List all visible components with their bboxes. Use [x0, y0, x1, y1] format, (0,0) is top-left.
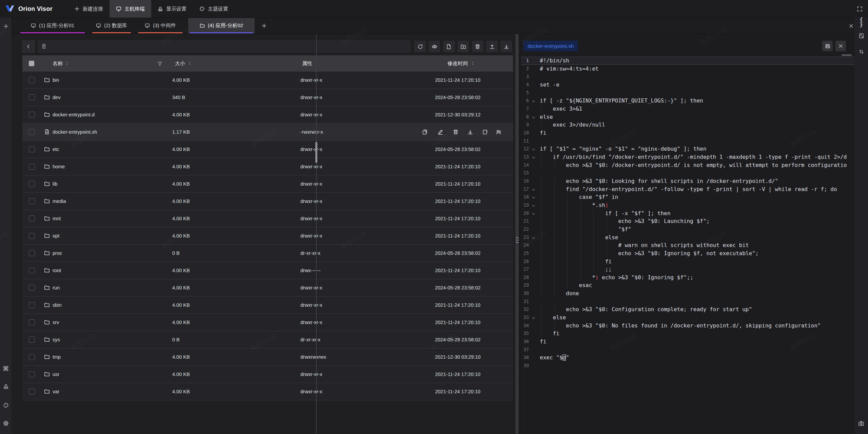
code-text[interactable]: "$f" [540, 225, 631, 233]
command-shortcuts-button[interactable]: ⌘ [1, 364, 10, 373]
fold-chevron-icon[interactable] [531, 187, 536, 193]
upload-button[interactable] [486, 41, 498, 52]
column-size[interactable]: 大小 [175, 55, 185, 72]
fold-chevron-icon[interactable] [531, 115, 536, 121]
table-row[interactable]: root4.00 KBdrwx------2021-11-24 17:20:10 [22, 262, 513, 279]
file-name[interactable]: sys [53, 331, 60, 348]
copy-button[interactable] [420, 128, 429, 136]
row-checkbox[interactable] [29, 215, 35, 222]
preview-button[interactable] [429, 41, 440, 52]
code-text[interactable]: fi [540, 329, 559, 338]
code-text[interactable]: find "/docker-entrypoint.d/" -follow -ty… [540, 185, 837, 193]
table-row[interactable]: tmp4.00 KBdrwxrwxrwx2021-12-30 03:29:10 [22, 348, 513, 366]
code-text[interactable]: echo >&3 "$0: Launching $f"; [540, 217, 710, 225]
table-row[interactable]: docker-entrypoint.sh1.17 KB-rwxrwxr-x [22, 124, 513, 141]
fold-chevron-icon[interactable] [531, 203, 536, 209]
fold-chevron-icon[interactable] [531, 195, 536, 201]
settings-button[interactable] [1, 419, 10, 428]
filter-name-button[interactable] [157, 61, 162, 66]
row-checkbox[interactable] [29, 233, 35, 239]
code-text[interactable]: if /usr/bin/find "/docker-entrypoint.d/"… [540, 153, 847, 161]
fold-chevron-icon[interactable] [531, 98, 536, 105]
save-button[interactable] [822, 41, 833, 51]
table-row[interactable]: usr4.00 KBdrwxr-xr-x2021-11-24 17:20:10 [22, 366, 513, 383]
row-checkbox[interactable] [29, 112, 35, 118]
editor-scrollbar-thumb[interactable] [842, 54, 852, 56]
theme-settings-button[interactable] [1, 401, 10, 410]
new-tab-button[interactable] [1, 22, 10, 31]
download-button[interactable] [500, 41, 512, 52]
code-text[interactable]: exec 3>&1 [540, 105, 582, 113]
sort-updown-button[interactable] [857, 47, 866, 56]
code-text[interactable]: echo >&3 "$0: Configuration complete; re… [540, 305, 752, 314]
code-text[interactable]: else [540, 314, 566, 322]
file-name[interactable]: run [53, 279, 60, 296]
path-input[interactable] [49, 40, 407, 54]
table-row[interactable]: run4.00 KBdrwxr-xr-x2024-05-28 23:58:02 [22, 279, 513, 297]
file-name[interactable]: mnt [53, 210, 61, 227]
file-name[interactable]: opt [53, 227, 59, 244]
table-row[interactable]: etc4.00 KBdrwxr-xr-x2024-05-28 23:58:02 [22, 141, 513, 158]
file-name[interactable]: docker-entrypoint.sh [53, 124, 97, 140]
code-text[interactable]: exec "$@" [540, 354, 569, 362]
sort-mtime-button[interactable] [471, 61, 475, 65]
back-button[interactable] [22, 40, 35, 53]
tab-app-analysis-02[interactable]: (4) 应用-分析02 [188, 18, 255, 34]
code-text[interactable]: *.sh) [540, 201, 608, 209]
table-scrollbar-thumb[interactable] [315, 142, 317, 163]
permission-button[interactable] [494, 128, 503, 136]
code-text[interactable]: # vim:sw=4:ts=4:et [540, 65, 598, 73]
file-name[interactable]: docker-entrypoint.d [53, 106, 95, 123]
move-button[interactable] [481, 128, 490, 136]
row-checkbox[interactable] [29, 164, 35, 170]
file-name[interactable]: root [53, 262, 61, 279]
table-row[interactable]: sbin4.00 KBdrwxr-xr-x2021-11-24 17:20:10 [22, 297, 513, 314]
file-name[interactable]: srv [53, 314, 59, 331]
doc-bookmark-button[interactable] [857, 31, 866, 40]
refresh-button[interactable] [414, 41, 426, 52]
code-text[interactable]: else [540, 233, 618, 242]
delete-button[interactable] [451, 128, 460, 136]
nav-item-new-connection[interactable]: 新建连接 [68, 0, 110, 18]
tab-middleware[interactable]: (3) 中间件 [137, 18, 184, 34]
new-folder-button[interactable] [457, 41, 469, 52]
code-text[interactable]: if [ -z "${NGINX_ENTRYPOINT_QUIET_LOGS:-… [540, 97, 703, 105]
table-row[interactable]: dev340 Bdrwxr-xr-x2024-05-28 23:58:02 [22, 89, 513, 106]
screenshot-button[interactable] [857, 419, 866, 428]
row-checkbox[interactable] [29, 267, 35, 273]
select-all-checkbox[interactable] [29, 61, 34, 66]
nav-item-host-terminal[interactable]: 主机终端 [110, 0, 151, 18]
row-checkbox[interactable] [29, 198, 35, 204]
table-row[interactable]: var4.00 KBdrwxr-xr-x2021-11-24 17:20:10 [22, 383, 513, 400]
table-row[interactable]: home4.00 KBdrwxr-xr-x2021-11-24 17:20:10 [22, 158, 513, 175]
fold-chevron-icon[interactable] [531, 211, 536, 218]
fullscreen-button[interactable] [855, 4, 864, 13]
close-editor-button[interactable] [835, 41, 846, 51]
row-checkbox[interactable] [29, 302, 35, 308]
panel-split-handle[interactable] [515, 34, 519, 434]
row-checkbox[interactable] [29, 285, 35, 291]
editor-file-tab[interactable]: docker-entrypoint.sh [524, 41, 578, 51]
code-text[interactable]: fi [540, 338, 546, 346]
code-text[interactable]: fi [540, 129, 546, 137]
table-row[interactable]: sys0 Bdr-xr-xr-x2024-05-28 23:58:02 [22, 331, 513, 348]
row-checkbox[interactable] [29, 77, 35, 83]
file-name[interactable]: tmp [53, 348, 61, 365]
tab-app-analysis-01[interactable]: (1) 应用-分析01 [19, 18, 86, 34]
table-row[interactable]: media4.00 KBdrwxr-xr-x2021-11-24 17:20:1… [22, 193, 513, 210]
table-row[interactable]: lib4.00 KBdrwxr-xr-x2021-11-24 17:20:10 [22, 175, 513, 193]
file-name[interactable]: dev [53, 89, 60, 106]
row-checkbox[interactable] [29, 371, 35, 377]
row-checkbox[interactable] [29, 146, 35, 152]
braces-button[interactable]: { } [857, 18, 866, 27]
code-text[interactable]: echo >&3 "$0: No files found in /docker-… [540, 322, 821, 330]
file-name[interactable]: proc [53, 245, 62, 262]
row-checkbox[interactable] [29, 337, 35, 343]
code-text[interactable]: *) echo >&3 "$0: Ignoring $f";; [540, 273, 693, 282]
table-row[interactable]: opt4.00 KBdrwxr-xr-x2021-11-24 17:20:10 [22, 227, 513, 245]
code-text[interactable]: #!/bin/sh [540, 57, 569, 65]
code-text[interactable]: done [540, 289, 579, 298]
code-text[interactable]: fi [540, 258, 612, 266]
code-text[interactable]: echo >&3 "$0: Ignoring $f, not executabl… [540, 249, 758, 258]
file-name[interactable]: etc [53, 141, 59, 158]
